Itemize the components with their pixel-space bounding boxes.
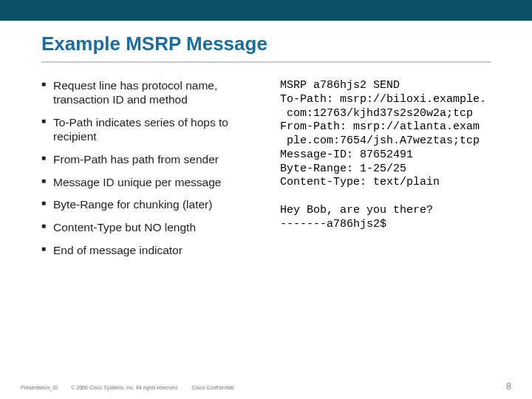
msrp-code-block: MSRP a786hjs2 SEND To-Path: msrp://bilox…: [280, 79, 499, 231]
page-number: 8: [506, 381, 511, 392]
top-accent-bar: [0, 0, 532, 21]
bullet-item: From-Path has path from sender: [41, 153, 259, 167]
footer-copyright: © 2006 Cisco Systems, Inc. All rights re…: [71, 385, 179, 390]
bullet-column: Request line has protocol name, transact…: [41, 79, 259, 267]
code-column: MSRP a786hjs2 SEND To-Path: msrp://bilox…: [280, 79, 499, 267]
footer-presentation-id: Presentation_ID: [21, 385, 58, 390]
content-row: Request line has protocol name, transact…: [0, 63, 532, 267]
slide-title: Example MSRP Message: [0, 21, 532, 60]
bullet-item: Request line has protocol name, transact…: [41, 79, 259, 107]
bullet-item: Content-Type but NO length: [41, 221, 259, 235]
bullet-list: Request line has protocol name, transact…: [41, 79, 259, 258]
bullet-item: End of message indicator: [41, 244, 259, 258]
bullet-item: Byte-Range for chunking (later): [41, 198, 259, 212]
footer: Presentation_ID © 2006 Cisco Systems, In…: [21, 381, 511, 392]
bullet-item: To-Path indicates series of hops to reci…: [41, 116, 259, 144]
bullet-item: Message ID unique per message: [41, 176, 259, 190]
footer-confidential: Cisco Confidential: [192, 385, 233, 390]
